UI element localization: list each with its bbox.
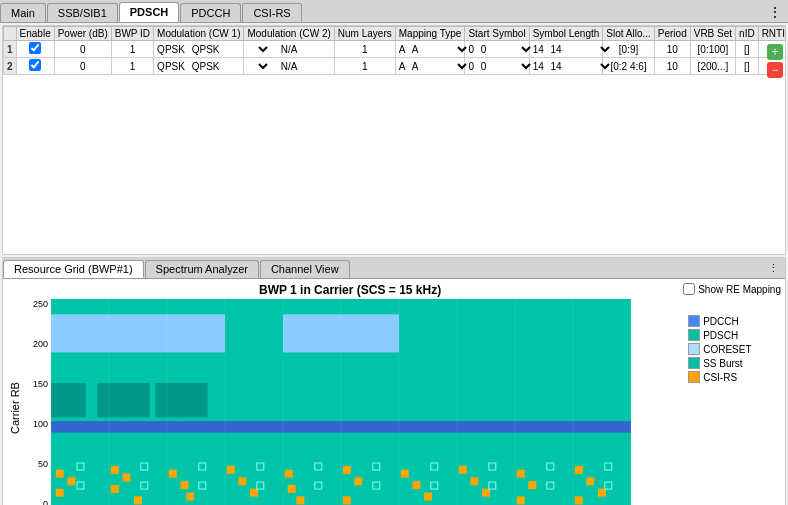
tab-spectrum-analyzer[interactable]: Spectrum Analyzer (145, 260, 259, 278)
legend-coreset-label: CORESET (703, 344, 751, 355)
legend-pdsch-label: PDSCH (703, 330, 738, 341)
row1-layers[interactable]: 1 (334, 41, 395, 58)
row2-vrb[interactable]: [200...] (690, 58, 735, 75)
col-start: Start Symbol (465, 27, 529, 41)
row1-period[interactable]: 10 (654, 41, 690, 58)
row1-bwp[interactable]: 1 (111, 41, 153, 58)
show-re-mapping: Show RE Mapping (683, 283, 781, 295)
pdsch-table: Enable Power (dB) BWP ID Modulation (CW … (3, 26, 786, 75)
y-tick-150: 150 (33, 379, 48, 389)
col-rownum (4, 27, 17, 41)
show-re-label: Show RE Mapping (698, 284, 781, 295)
tab-channel-view[interactable]: Channel View (260, 260, 350, 278)
top-tab-more-icon[interactable]: ⋮ (762, 2, 788, 22)
row2-mod1[interactable]: QPSK QPSK (154, 58, 244, 75)
col-vrb: VRB Set (690, 27, 735, 41)
row-number-1: 1 (4, 41, 17, 58)
row2-bwp[interactable]: 1 (111, 58, 153, 75)
row1-mod1[interactable]: QPSK QPSK (154, 41, 244, 58)
y-tick-50: 50 (38, 459, 48, 469)
y-axis-label: Carrier RB (7, 283, 21, 505)
row2-nid[interactable]: [] (736, 58, 759, 75)
tab-pdcch[interactable]: PDCCH (180, 3, 241, 22)
col-mod2: Modulation (CW 2) (244, 27, 334, 41)
col-enable: Enable (16, 27, 54, 41)
row2-power[interactable]: 0 (54, 58, 111, 75)
col-power: Power (dB) (54, 27, 111, 41)
chart-main: BWP 1 in Carrier (SCS = 15 kHz) 250 200 … (21, 283, 679, 505)
legend-pdcch-label: PDCCH (703, 316, 739, 327)
row2-layers[interactable]: 1 (334, 58, 395, 75)
col-rnti: RNTI (758, 27, 786, 41)
row1-vrb[interactable]: [0:100] (690, 41, 735, 58)
col-layers: Num Layers (334, 27, 395, 41)
col-slot: Slot Allo... (603, 27, 654, 41)
row-number-2: 2 (4, 58, 17, 75)
col-mod1: Modulation (CW 1) (154, 27, 244, 41)
bottom-tab-more-icon[interactable]: ⋮ (762, 260, 785, 278)
table-row: 2 0 1 QPSK QPSK N/A 1 A A 0 0 14 14 [0:2… (4, 58, 787, 75)
y-tick-250: 250 (33, 299, 48, 309)
legend-ss-burst: SS Burst (688, 357, 763, 369)
chart-container: Carrier RB BWP 1 in Carrier (SCS = 15 kH… (3, 279, 785, 505)
tab-csi-rs[interactable]: CSI-RS (242, 3, 301, 22)
legend-coreset-color (688, 343, 700, 355)
y-tick-0: 0 (43, 499, 48, 505)
row1-maptype[interactable]: A A (395, 41, 465, 58)
legend-pdcch-color (688, 315, 700, 327)
row1-nid[interactable]: [] (736, 41, 759, 58)
tab-ssb-sib1[interactable]: SSB/SIB1 (47, 3, 118, 22)
legend-csi-rs-color (688, 371, 700, 383)
row1-power[interactable]: 0 (54, 41, 111, 58)
bottom-section: Resource Grid (BWP#1) Spectrum Analyzer … (2, 257, 786, 505)
legend-csi-rs-label: CSI-RS (703, 372, 737, 383)
row1-symlen[interactable]: 14 14 (529, 41, 603, 58)
row2-period[interactable]: 10 (654, 58, 690, 75)
row-action-buttons: + − (767, 44, 783, 78)
pdsch-table-area: + − Enable Power (dB) BWP ID Modulation … (2, 25, 786, 255)
row2-maptype[interactable]: A A (395, 58, 465, 75)
top-tab-bar: Main SSB/SIB1 PDSCH PDCCH CSI-RS ⋮ (0, 0, 788, 23)
row2-start[interactable]: 0 0 (465, 58, 529, 75)
chart-canvas (51, 299, 679, 505)
chart-legend: PDCCH PDSCH CORESET SS Burst CSI-RS (683, 315, 763, 383)
row1-enable[interactable] (16, 41, 54, 58)
col-nid: nID (736, 27, 759, 41)
tab-main[interactable]: Main (0, 3, 46, 22)
table-row: 1 0 1 QPSK QPSK N/A 1 A A 0 0 14 14 [0:9… (4, 41, 787, 58)
bottom-tab-bar: Resource Grid (BWP#1) Spectrum Analyzer … (3, 258, 785, 279)
y-tick-100: 100 (33, 419, 48, 429)
legend-coreset: CORESET (688, 343, 763, 355)
y-tick-200: 200 (33, 339, 48, 349)
legend-pdsch: PDSCH (688, 329, 763, 341)
legend-ss-burst-label: SS Burst (703, 358, 742, 369)
legend-pdsch-color (688, 329, 700, 341)
legend-csi-rs: CSI-RS (688, 371, 763, 383)
tab-pdsch[interactable]: PDSCH (119, 2, 180, 22)
legend-pdcch: PDCCH (688, 315, 763, 327)
row1-start[interactable]: 0 0 (465, 41, 529, 58)
col-symlen: Symbol Length (529, 27, 603, 41)
legend-ss-burst-color (688, 357, 700, 369)
remove-row-button[interactable]: − (767, 62, 783, 78)
col-period: Period (654, 27, 690, 41)
col-bwp: BWP ID (111, 27, 153, 41)
chart-title: BWP 1 in Carrier (SCS = 15 kHz) (21, 283, 679, 297)
add-row-button[interactable]: + (767, 44, 783, 60)
row2-symlen[interactable]: 14 14 (529, 58, 603, 75)
chart-plot-area: 250 200 150 100 50 0 (21, 299, 679, 505)
col-maptype: Mapping Type (395, 27, 465, 41)
tab-resource-grid[interactable]: Resource Grid (BWP#1) (3, 260, 144, 278)
show-re-checkbox[interactable] (683, 283, 695, 295)
y-axis: 250 200 150 100 50 0 (21, 299, 51, 505)
row2-enable[interactable] (16, 58, 54, 75)
